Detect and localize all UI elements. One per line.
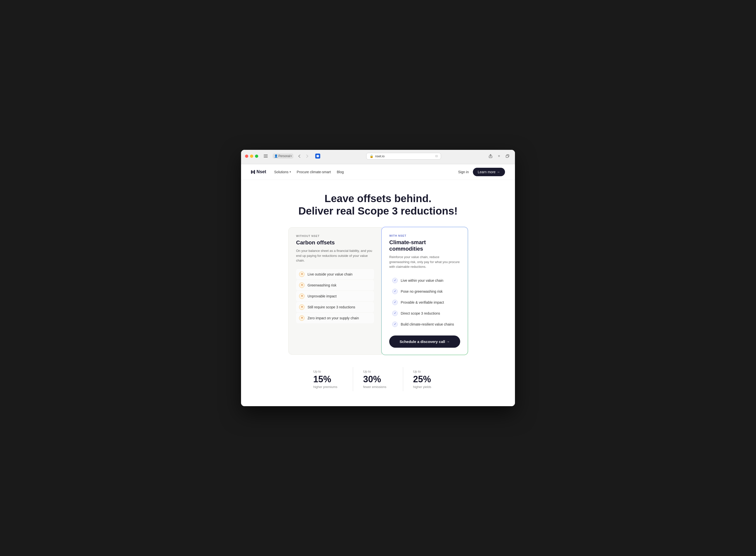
nav-links: Solutions ▾ Procure climate-smart Blog: [274, 170, 458, 174]
stat-fewer-emissions: Up to 30% fewer emissions: [353, 367, 403, 391]
list-item: ✓ Direct scope 3 reductions: [389, 308, 460, 319]
profile-label: Personal: [278, 154, 290, 158]
list-item: ✕ Unprovable impact: [296, 291, 374, 302]
check-icon: ✓: [392, 321, 398, 327]
stat-label-2: fewer emissions: [363, 385, 393, 389]
stat-label-3: higher yields: [413, 385, 443, 389]
nav-right: Sign in Learn more →: [458, 168, 505, 176]
sidebar-toggle-button[interactable]: [262, 153, 269, 159]
check-icon: ✓: [392, 278, 398, 283]
comparison-cards: WITHOUT NSET Carbon offsets On your bala…: [288, 227, 468, 355]
close-button[interactable]: [245, 154, 248, 158]
logo-icon: [251, 170, 255, 174]
check-icon: ✓: [392, 300, 398, 305]
card-without-nset: WITHOUT NSET Carbon offsets On your bala…: [288, 227, 382, 355]
navbar: Nset Solutions ▾ Procure climate-smart B…: [241, 164, 515, 180]
forward-button[interactable]: [304, 153, 311, 159]
svg-rect-0: [264, 154, 268, 155]
stat-number-3: 25%: [413, 374, 443, 384]
schedule-discovery-call-button[interactable]: Schedule a discovery call →: [389, 336, 460, 348]
list-item: ✕ Live outside your value chain: [296, 269, 374, 279]
browser-window: 👤 Personal ▾ 🔒: [241, 150, 515, 407]
page-content: Nset Solutions ▾ Procure climate-smart B…: [241, 164, 515, 407]
address-bar[interactable]: 🔒 nset.io ⊟: [366, 153, 441, 160]
card-without-label: WITHOUT NSET: [296, 235, 374, 237]
profile-icon: 👤: [274, 154, 278, 158]
hero-title: Leave offsets behind. Deliver real Scope…: [251, 193, 505, 217]
stat-up-to-3: Up to: [413, 370, 443, 373]
list-item: ✓ Live within your value chain: [389, 275, 460, 286]
learn-more-button[interactable]: Learn more →: [473, 168, 505, 176]
stat-label-1: higher premiums: [313, 385, 343, 389]
back-button[interactable]: [296, 153, 303, 159]
logo[interactable]: Nset: [251, 169, 266, 174]
card-with-label: WITH NSET: [389, 234, 460, 237]
main-content: Leave offsets behind. Deliver real Scope…: [241, 180, 515, 407]
traffic-lights: [245, 154, 258, 158]
list-item: ✓ Build climate-resilient value chains: [389, 319, 460, 329]
svg-rect-4: [506, 155, 508, 158]
card-without-description: On your balance sheet as a financial lia…: [296, 248, 374, 263]
fullscreen-button[interactable]: [255, 154, 258, 158]
check-icon: ✓: [392, 311, 398, 316]
nav-blog[interactable]: Blog: [337, 170, 344, 174]
card-with-features: ✓ Live within your value chain ✓ Pose no…: [389, 275, 460, 329]
logo-text: Nset: [257, 169, 266, 174]
list-item: ✕ Greenwashing risk: [296, 280, 374, 290]
card-with-nset-wrapper: WITH NSET Climate-smart commodities Rein…: [382, 227, 468, 355]
check-icon: ✓: [392, 289, 398, 294]
url-icon: 🔒: [369, 154, 373, 158]
x-icon: ✕: [299, 304, 304, 310]
minimize-button[interactable]: [250, 154, 253, 158]
svg-rect-2: [264, 157, 268, 158]
stats-section: Up to 15% higher premiums Up to 30% fewe…: [303, 367, 453, 391]
x-icon: ✕: [299, 282, 304, 288]
card-without-features: ✕ Live outside your value chain ✕ Greenw…: [296, 269, 374, 323]
stat-up-to-2: Up to: [363, 370, 393, 373]
chevron-down-icon: ▾: [290, 171, 291, 173]
x-icon: ✕: [299, 315, 304, 321]
list-item: ✕ Still require scope 3 reductions: [296, 302, 374, 312]
tabs-button[interactable]: [504, 153, 511, 159]
bitwarden-extension-icon[interactable]: [315, 153, 320, 159]
x-icon: ✕: [299, 293, 304, 299]
svg-rect-1: [264, 156, 268, 156]
list-item: ✕ Zero impact on your supply chain: [296, 313, 374, 323]
card-without-title: Carbon offsets: [296, 239, 374, 246]
card-with-title: Climate-smart commodities: [389, 239, 460, 252]
address-bar-area: 🔒 nset.io ⊟: [323, 153, 485, 160]
stat-number-1: 15%: [313, 374, 343, 384]
new-tab-button[interactable]: +: [496, 153, 502, 159]
stat-higher-yields: Up to 25% higher yields: [403, 367, 453, 391]
url-text: nset.io: [375, 154, 385, 158]
share-button[interactable]: [487, 153, 494, 159]
hero-title-line2: Deliver real Scope 3 reductions!: [298, 205, 458, 217]
card-with-nset: WITH NSET Climate-smart commodities Rein…: [382, 227, 468, 355]
card-with-description: Reinforce your value chain, reduce green…: [389, 254, 460, 269]
browser-nav: [296, 153, 311, 159]
signin-button[interactable]: Sign in: [458, 170, 469, 174]
list-item: ✓ Provable & verifiable impact: [389, 297, 460, 308]
browser-chrome: 👤 Personal ▾ 🔒: [241, 150, 515, 164]
stat-up-to-1: Up to: [313, 370, 343, 373]
nav-solutions[interactable]: Solutions ▾: [274, 170, 291, 174]
profile-dropdown-icon: ▾: [291, 155, 292, 157]
hero-title-line1: Leave offsets behind.: [325, 193, 431, 204]
reader-icon: ⊟: [435, 154, 438, 158]
x-icon: ✕: [299, 272, 304, 277]
nav-procure[interactable]: Procure climate-smart: [297, 170, 331, 174]
stat-number-2: 30%: [363, 374, 393, 384]
browser-right-controls: +: [487, 153, 511, 159]
list-item: ✓ Pose no greenwashing risk: [389, 286, 460, 297]
stat-higher-premiums: Up to 15% higher premiums: [303, 367, 353, 391]
